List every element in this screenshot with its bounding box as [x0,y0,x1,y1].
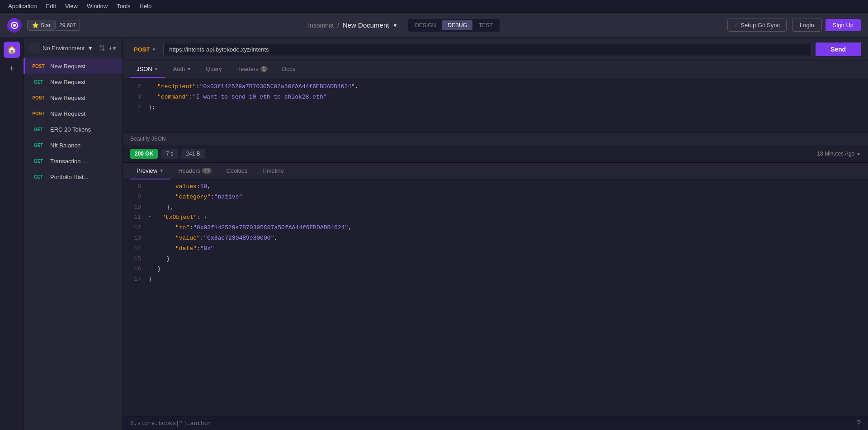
request-name: Transaction ... [50,158,87,165]
resp-line-8: 8 values: 10, [123,182,868,192]
method-badge: POST [30,95,47,101]
menu-view[interactable]: View [61,2,81,10]
method-badge: GET [30,158,47,164]
jsonpath-input[interactable] [130,420,857,427]
sidebar-sort-btn[interactable]: ⇅ [98,43,106,53]
code-line-3: 3 "command": "I want to send 10 eth to s… [123,92,868,103]
app-logo [7,18,22,33]
menu-application[interactable]: Application [5,2,41,10]
tab-query[interactable]: Query [199,61,228,78]
resp-tab-timeline[interactable]: Timeline [255,163,290,180]
method-label: POST [134,46,150,53]
env-dropdown-icon: ▼ [87,45,93,52]
tab-json[interactable]: JSON ▼ [130,61,165,78]
request-list-item[interactable]: GETNft Balance [24,137,123,153]
sidebar-add-btn[interactable]: +▾ [108,43,117,53]
env-selector-button[interactable]: No Environment ▼ [42,45,93,52]
tab-auth-label: Auth [173,66,185,72]
sidebar-header: No Environment ▼ ⇅ +▾ [24,38,123,58]
tab-auth-dropdown: ▼ [187,66,191,71]
resp-line-10: 10 }, [123,203,868,213]
resp-tab-preview[interactable]: Preview ▼ [130,163,170,180]
request-list-item[interactable]: GETTransaction ... [24,153,123,169]
headers-badge: 1 [260,66,268,72]
star-label: Star [41,22,51,28]
resp-line-13: 13 "value": "0x8ac7230489e80000", [123,233,868,244]
star-count: 29,607 [56,20,80,31]
beautify-row: Beautify JSON [123,132,868,145]
github-icon: ⭐ [32,22,39,28]
tab-headers-label: Headers [236,66,259,72]
resp-preview-dropdown: ▼ [159,168,164,173]
env-label: No Environment [42,45,85,52]
breadcrumb-sep: / [337,22,339,29]
resp-line-14: 14 "data": "0x" [123,244,868,254]
timestamp-label: 18 Minutes Ago [817,151,854,157]
help-icon[interactable]: ? [857,419,861,427]
tab-docs-label: Docs [282,66,296,72]
status-code-badge: 200 OK [130,149,158,159]
tab-headers[interactable]: Headers 1 [230,61,274,78]
menu-tools[interactable]: Tools [113,2,134,10]
menu-help[interactable]: Help [136,2,156,10]
design-tab[interactable]: DESIGN [410,20,441,30]
debug-tab[interactable]: DEBUG [442,20,472,30]
resp-tab-cookies[interactable]: Cookies [220,163,254,180]
login-button[interactable]: Login [792,19,822,32]
resp-line-16: 16 } [123,264,868,274]
request-list: POSTNew RequestGETNew RequestPOSTNew Req… [24,58,123,430]
breadcrumb: Insomnia / New Document ▼ [308,21,397,29]
request-name: New Request [50,79,85,85]
menu-edit[interactable]: Edit [42,2,60,10]
menu-window[interactable]: Window [83,2,111,10]
request-tab-bar: JSON ▼ Auth ▼ Query Headers 1 Docs [123,61,868,78]
request-name: New Request [50,95,85,101]
request-body-editor[interactable]: 2 "recipient": "0x03f142529a7B70305C07a5… [123,78,868,132]
request-name: Nft Balance [50,142,80,149]
sidebar-panel: No Environment ▼ ⇅ +▾ POSTNew RequestGET… [24,38,123,430]
breadcrumb-app: Insomnia [308,22,334,29]
request-list-item[interactable]: GETERC 20 Tokens [24,122,123,137]
tab-auth[interactable]: Auth ▼ [167,61,198,78]
request-list-item[interactable]: POSTNew Request [24,58,123,74]
add-item-icon[interactable]: + [9,63,14,74]
code-line-2: 2 "recipient": "0x03f142529a7B70305C07a5… [123,82,868,92]
resp-line-12: 12 "to": "0x03f142529a7B70305C07a50fAA44… [123,223,868,233]
home-icon[interactable]: 🏠 [4,42,20,58]
resp-preview-label: Preview [137,167,157,174]
header-center: Insomnia / New Document ▼ DESIGN DEBUG T… [85,19,722,32]
request-list-item[interactable]: GETNew Request [24,74,123,90]
method-dropdown-icon: ▼ [151,47,156,52]
main-content: POST ▼ Send JSON ▼ Auth ▼ Query Headers … [123,38,868,430]
breadcrumb-dropdown-btn[interactable]: ▼ [392,23,397,28]
send-button[interactable]: Send [816,43,861,56]
resp-line-17: 17 } [123,274,868,285]
method-badge: GET [30,127,47,132]
code-line-4: 4 }; [123,103,868,113]
resp-timeline-label: Timeline [262,167,284,174]
beautify-json-button[interactable]: Beautify JSON [130,136,166,142]
request-name: New Request [50,63,85,70]
git-sync-button[interactable]: ⑂ Setup Git Sync [727,19,787,32]
tab-docs[interactable]: Docs [276,61,302,78]
method-selector[interactable]: POST ▼ [130,43,160,56]
header-actions: Login Sign Up [792,19,861,32]
star-button[interactable]: ⭐ Star [27,20,56,31]
menubar: Application Edit View Window Tools Help [0,0,868,13]
main-layout: 🏠 + No Environment ▼ ⇅ +▾ POSTNew Reques… [0,38,868,430]
url-input[interactable] [163,43,812,56]
bottom-bar: ? [123,416,868,430]
request-list-item[interactable]: POSTNew Request [24,106,123,122]
response-status-bar: 200 OK 7 s 241 B 18 Minutes Ago ▼ [123,145,868,163]
resp-cookies-label: Cookies [226,167,247,174]
response-tab-bar: Preview ▼ Headers 11 Cookies Timeline [123,163,868,180]
request-list-item[interactable]: GETPortfolio Hist... [24,169,123,185]
git-icon: ⑂ [734,22,738,28]
timestamp-dropdown-icon: ▼ [856,151,861,156]
signup-button[interactable]: Sign Up [826,19,861,31]
request-list-item[interactable]: POSTNew Request [24,90,123,106]
request-name: ERC 20 Tokens [50,126,91,133]
resp-tab-headers[interactable]: Headers 11 [172,163,218,180]
url-bar: POST ▼ Send [123,38,868,61]
test-tab[interactable]: TEST [473,20,498,30]
